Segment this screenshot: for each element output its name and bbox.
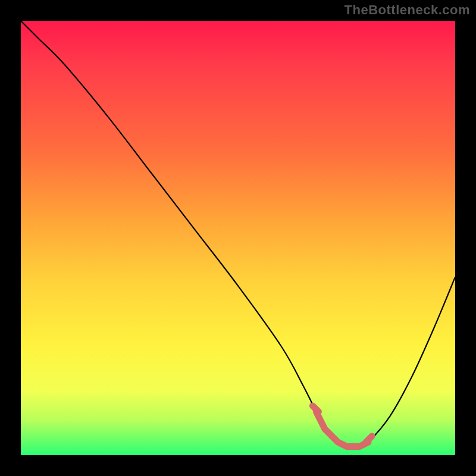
plot-area xyxy=(21,21,455,455)
chart-frame: TheBottleneck.com xyxy=(0,0,476,476)
chart-svg xyxy=(21,21,455,455)
watermark-text: TheBottleneck.com xyxy=(345,2,470,18)
minimum-marker xyxy=(312,406,372,446)
bottleneck-curve xyxy=(21,21,455,447)
